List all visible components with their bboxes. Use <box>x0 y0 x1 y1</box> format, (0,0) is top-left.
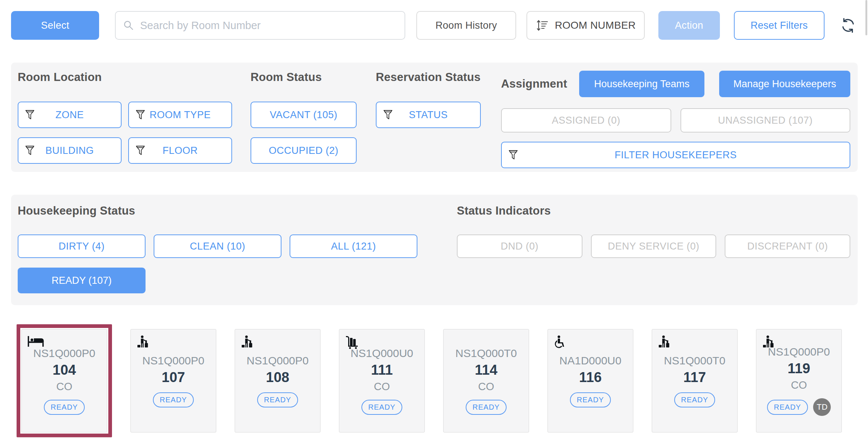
ready-status-badge: READY <box>674 392 715 407</box>
zone-filter-label: ZONE <box>55 109 84 121</box>
room-card[interactable]: NS1Q000P0 108 READY <box>235 329 321 432</box>
floor-filter-label: FLOOR <box>162 145 198 156</box>
ready-status-badge: READY <box>257 392 298 407</box>
room-card[interactable]: NS1Q000T0 114 CO READY <box>443 329 529 432</box>
occupied-filter-button[interactable]: OCCUPIED (2) <box>251 137 357 164</box>
room-type-label: NS1Q000P0 <box>768 346 830 358</box>
ready-filter-button[interactable]: READY (107) <box>18 268 146 293</box>
status-indicators-section: Status Indicators DND (0) DENY SERVICE (… <box>457 204 850 293</box>
funnel-icon <box>383 110 393 120</box>
clean-filter-button[interactable]: CLEAN (10) <box>154 234 281 258</box>
select-button[interactable]: Select <box>11 11 99 40</box>
ready-status-badge: READY <box>361 400 403 415</box>
room-type-label: NS1Q000T0 <box>455 347 517 360</box>
assigned-filter-button[interactable]: ASSIGNED (0) <box>501 108 671 133</box>
room-number: 116 <box>579 370 602 385</box>
porter-icon <box>137 335 149 351</box>
sort-amount-icon <box>536 19 549 32</box>
room-card[interactable]: NS1Q000U0 111 CO READY <box>339 329 425 432</box>
search-icon <box>123 20 134 31</box>
all-filter-button[interactable]: ALL (121) <box>290 234 417 258</box>
room-card[interactable]: NA1D000U0 116 READY <box>547 329 633 432</box>
sort-label: ROOM NUMBER <box>555 20 636 31</box>
scrollbar-thumb[interactable] <box>865 0 867 35</box>
toolbar: Select Room History ROOM NUMBER Action R… <box>11 11 857 40</box>
room-type-label: NS1Q000T0 <box>664 354 725 367</box>
reservation-status-label: CO <box>791 379 807 391</box>
room-number: 104 <box>53 362 76 378</box>
funnel-icon <box>25 145 35 156</box>
room-history-button[interactable]: Room History <box>416 11 516 40</box>
reservation-status-label: CO <box>56 381 73 393</box>
porter-icon <box>762 335 775 351</box>
room-type-filter-button[interactable]: ROOM TYPE <box>128 102 232 128</box>
room-status-title: Room Status <box>251 71 357 84</box>
room-type-label: NS1Q000P0 <box>142 354 204 367</box>
refresh-icon <box>839 17 857 34</box>
reservation-status-label: CO <box>374 381 390 393</box>
porter-icon <box>241 335 253 351</box>
room-type-filter-label: ROOM TYPE <box>150 109 211 121</box>
reservation-status-filter-button[interactable]: STATUS <box>376 102 481 128</box>
funnel-icon <box>136 145 145 156</box>
ready-status-badge: READY <box>767 400 808 415</box>
zone-filter-button[interactable]: ZONE <box>18 102 122 128</box>
ready-status-badge: READY <box>153 392 194 407</box>
deny-service-filter-button[interactable]: DENY SERVICE (0) <box>591 234 717 258</box>
assignment-section: Assignment Housekeeping Teams Manage Hou… <box>501 71 850 168</box>
housekeeping-status-section: Housekeeping Status DIRTY (4) CLEAN (10)… <box>18 204 419 293</box>
housekeeping-status-title: Housekeeping Status <box>18 204 419 218</box>
search-input[interactable] <box>139 19 397 32</box>
housekeeping-teams-button[interactable]: Housekeeping Teams <box>579 71 704 97</box>
sort-button[interactable]: ROOM NUMBER <box>526 11 645 40</box>
room-card[interactable]: NS1Q000P0 107 READY <box>130 329 216 432</box>
action-button[interactable]: Action <box>658 11 720 40</box>
status-panel: Housekeeping Status DIRTY (4) CLEAN (10)… <box>11 195 858 305</box>
room-number: 117 <box>683 370 706 385</box>
refresh-button[interactable] <box>839 17 857 34</box>
filters-panel: Room Location ZONE ROOM TYPE BUILDING <box>11 63 858 172</box>
room-location-title: Room Location <box>18 71 232 84</box>
discrepant-filter-button[interactable]: DISCREPANT (0) <box>725 234 850 258</box>
assignment-title: Assignment <box>501 77 579 91</box>
ready-status-badge: READY <box>44 400 85 415</box>
room-type-label: NA1D000U0 <box>559 354 621 367</box>
status-indicators-title: Status Indicators <box>457 204 850 218</box>
bed-icon <box>28 335 45 349</box>
room-card[interactable]: NS1Q000P0 119 CO READY TD <box>756 329 842 432</box>
filter-housekeepers-button[interactable]: FILTER HOUSEKEEPERS <box>501 142 850 168</box>
room-type-label: NS1Q000U0 <box>350 347 413 360</box>
room-number: 107 <box>162 370 185 385</box>
room-card[interactable]: NS1Q000P0 104 CO READY <box>21 329 107 432</box>
reservation-status-section: Reservation Status STATUS <box>376 71 481 168</box>
room-cards-row: NS1Q000P0 104 CO READY NS1Q000P0 107 REA… <box>17 324 857 437</box>
funnel-icon <box>25 110 35 120</box>
wheelchair-icon <box>554 335 566 351</box>
ready-status-badge: READY <box>570 392 611 407</box>
floor-filter-button[interactable]: FLOOR <box>128 137 232 164</box>
funnel-icon <box>508 150 518 160</box>
selected-room-highlight: NS1Q000P0 104 CO READY <box>17 324 112 437</box>
search-box[interactable] <box>115 11 405 40</box>
building-filter-label: BUILDING <box>45 145 94 156</box>
funnel-icon <box>136 110 145 120</box>
filter-housekeepers-label: FILTER HOUSEKEEPERS <box>615 149 737 161</box>
porter-icon <box>658 335 671 351</box>
dirty-filter-button[interactable]: DIRTY (4) <box>18 234 146 258</box>
luggage-cart-icon <box>345 335 359 351</box>
room-number: 114 <box>475 362 497 378</box>
room-number: 119 <box>788 361 810 377</box>
room-status-section: Room Status VACANT (105) OCCUPIED (2) <box>251 71 357 168</box>
reset-filters-button[interactable]: Reset Filters <box>734 11 825 40</box>
ready-status-badge: READY <box>466 400 507 415</box>
dnd-filter-button[interactable]: DND (0) <box>457 234 582 258</box>
reservation-status-title: Reservation Status <box>376 71 481 84</box>
reservation-status-filter-label: STATUS <box>409 109 448 121</box>
manage-housekeepers-button[interactable]: Manage Housekeepers <box>719 71 850 97</box>
vacant-filter-button[interactable]: VACANT (105) <box>251 102 357 128</box>
room-location-section: Room Location ZONE ROOM TYPE BUILDING <box>18 71 232 168</box>
building-filter-button[interactable]: BUILDING <box>18 137 122 164</box>
assignee-avatar: TD <box>813 398 831 416</box>
room-card[interactable]: NS1Q000T0 117 READY <box>652 329 738 432</box>
unassigned-filter-button[interactable]: UNASSIGNED (107) <box>680 108 851 133</box>
